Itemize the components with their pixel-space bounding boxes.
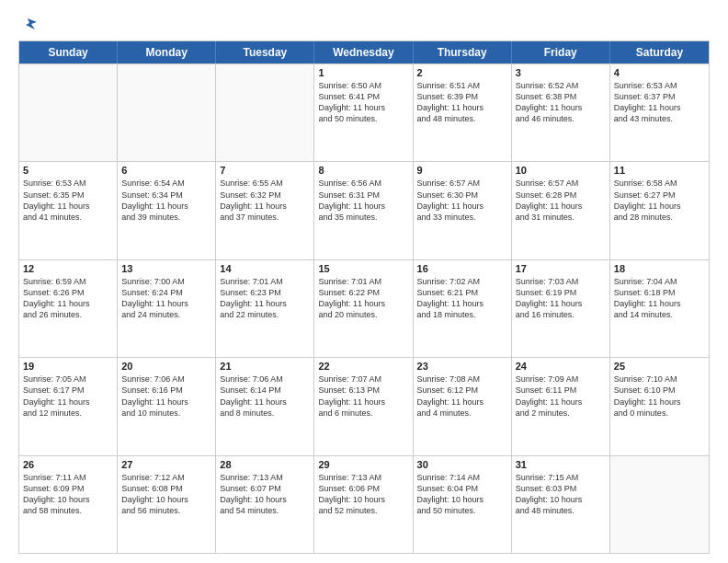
calendar-cell: 20Sunrise: 7:06 AM Sunset: 6:16 PM Dayli…: [118, 358, 216, 454]
day-number: 3: [516, 67, 606, 78]
calendar-cell: 8Sunrise: 6:56 AM Sunset: 6:31 PM Daylig…: [314, 162, 413, 259]
day-number: 6: [121, 165, 211, 176]
day-info: Sunrise: 6:53 AM Sunset: 6:37 PM Dayligh…: [614, 80, 705, 125]
calendar-cell: [216, 64, 314, 161]
day-info: Sunrise: 7:04 AM Sunset: 6:18 PM Dayligh…: [614, 276, 705, 321]
calendar-cell: 9Sunrise: 6:57 AM Sunset: 6:30 PM Daylig…: [414, 162, 512, 259]
calendar-cell: 27Sunrise: 7:12 AM Sunset: 6:08 PM Dayli…: [118, 456, 216, 553]
weekday-header: Friday: [512, 41, 610, 63]
calendar-cell: 29Sunrise: 7:13 AM Sunset: 6:06 PM Dayli…: [314, 456, 413, 553]
page: SundayMondayTuesdayWednesdayThursdayFrid…: [0, 0, 728, 563]
calendar-row: 5Sunrise: 6:53 AM Sunset: 6:35 PM Daylig…: [19, 161, 709, 259]
calendar-cell: 4Sunrise: 6:53 AM Sunset: 6:37 PM Daylig…: [610, 64, 709, 161]
weekday-header: Wednesday: [314, 41, 413, 63]
logo-bird-icon: [20, 15, 40, 35]
calendar-row: 1Sunrise: 6:50 AM Sunset: 6:41 PM Daylig…: [19, 63, 709, 161]
day-number: 2: [417, 67, 507, 78]
day-info: Sunrise: 7:00 AM Sunset: 6:24 PM Dayligh…: [121, 276, 211, 321]
day-number: 24: [516, 361, 606, 372]
calendar-body: 1Sunrise: 6:50 AM Sunset: 6:41 PM Daylig…: [19, 63, 709, 553]
day-number: 26: [23, 459, 113, 470]
calendar-header: SundayMondayTuesdayWednesdayThursdayFrid…: [19, 41, 709, 63]
calendar-cell: 13Sunrise: 7:00 AM Sunset: 6:24 PM Dayli…: [118, 260, 216, 357]
calendar-cell: [610, 456, 709, 553]
calendar-cell: 28Sunrise: 7:13 AM Sunset: 6:07 PM Dayli…: [216, 456, 314, 553]
day-info: Sunrise: 6:53 AM Sunset: 6:35 PM Dayligh…: [23, 178, 113, 223]
calendar-cell: 24Sunrise: 7:09 AM Sunset: 6:11 PM Dayli…: [512, 358, 610, 454]
day-number: 16: [417, 263, 507, 274]
day-info: Sunrise: 6:50 AM Sunset: 6:41 PM Dayligh…: [318, 80, 408, 125]
weekday-header: Thursday: [414, 41, 512, 63]
day-number: 15: [318, 263, 408, 274]
calendar-cell: 11Sunrise: 6:58 AM Sunset: 6:27 PM Dayli…: [610, 162, 709, 259]
svg-marker-0: [26, 18, 37, 29]
day-info: Sunrise: 7:05 AM Sunset: 6:17 PM Dayligh…: [23, 373, 113, 419]
day-number: 19: [23, 361, 113, 372]
day-number: 21: [220, 361, 310, 372]
day-info: Sunrise: 7:13 AM Sunset: 6:06 PM Dayligh…: [318, 472, 408, 517]
day-number: 18: [614, 263, 705, 274]
calendar-cell: 12Sunrise: 6:59 AM Sunset: 6:26 PM Dayli…: [19, 260, 118, 357]
calendar-cell: 17Sunrise: 7:03 AM Sunset: 6:19 PM Dayli…: [512, 260, 610, 357]
day-info: Sunrise: 7:01 AM Sunset: 6:22 PM Dayligh…: [318, 276, 408, 321]
calendar-cell: 6Sunrise: 6:54 AM Sunset: 6:34 PM Daylig…: [118, 162, 216, 259]
day-number: 17: [516, 263, 606, 274]
calendar-cell: 30Sunrise: 7:14 AM Sunset: 6:04 PM Dayli…: [414, 456, 512, 553]
calendar-cell: 1Sunrise: 6:50 AM Sunset: 6:41 PM Daylig…: [314, 64, 413, 161]
day-number: 12: [23, 263, 113, 274]
day-info: Sunrise: 7:12 AM Sunset: 6:08 PM Dayligh…: [121, 472, 211, 517]
calendar-cell: 14Sunrise: 7:01 AM Sunset: 6:23 PM Dayli…: [216, 260, 314, 357]
day-info: Sunrise: 7:06 AM Sunset: 6:16 PM Dayligh…: [121, 373, 211, 419]
day-number: 20: [121, 361, 211, 372]
day-number: 23: [417, 361, 507, 372]
day-number: 30: [417, 459, 507, 470]
day-info: Sunrise: 7:06 AM Sunset: 6:14 PM Dayligh…: [220, 373, 310, 419]
day-info: Sunrise: 7:02 AM Sunset: 6:21 PM Dayligh…: [417, 276, 507, 321]
calendar-row: 12Sunrise: 6:59 AM Sunset: 6:26 PM Dayli…: [19, 259, 709, 357]
day-info: Sunrise: 6:56 AM Sunset: 6:31 PM Dayligh…: [318, 178, 408, 223]
day-info: Sunrise: 7:01 AM Sunset: 6:23 PM Dayligh…: [220, 276, 310, 321]
day-info: Sunrise: 6:57 AM Sunset: 6:30 PM Dayligh…: [417, 178, 507, 223]
day-number: 9: [417, 165, 507, 176]
calendar-cell: 15Sunrise: 7:01 AM Sunset: 6:22 PM Dayli…: [314, 260, 413, 357]
day-number: 28: [220, 459, 310, 470]
day-info: Sunrise: 6:57 AM Sunset: 6:28 PM Dayligh…: [516, 178, 606, 223]
day-info: Sunrise: 7:11 AM Sunset: 6:09 PM Dayligh…: [23, 472, 113, 517]
day-info: Sunrise: 7:07 AM Sunset: 6:13 PM Dayligh…: [318, 373, 408, 419]
weekday-header: Saturday: [610, 41, 709, 63]
day-number: 31: [516, 459, 606, 470]
day-number: 4: [614, 67, 705, 78]
day-number: 10: [516, 165, 606, 176]
calendar-cell: 2Sunrise: 6:51 AM Sunset: 6:39 PM Daylig…: [414, 64, 512, 161]
day-number: 8: [318, 165, 408, 176]
day-info: Sunrise: 6:54 AM Sunset: 6:34 PM Dayligh…: [121, 178, 211, 223]
weekday-header: Monday: [118, 41, 216, 63]
weekday-header: Sunday: [19, 41, 118, 63]
day-info: Sunrise: 7:15 AM Sunset: 6:03 PM Dayligh…: [516, 472, 606, 517]
day-info: Sunrise: 6:52 AM Sunset: 6:38 PM Dayligh…: [516, 80, 606, 125]
calendar-cell: 25Sunrise: 7:10 AM Sunset: 6:10 PM Dayli…: [610, 358, 709, 454]
calendar-cell: 7Sunrise: 6:55 AM Sunset: 6:32 PM Daylig…: [216, 162, 314, 259]
calendar-cell: 21Sunrise: 7:06 AM Sunset: 6:14 PM Dayli…: [216, 358, 314, 454]
day-number: 7: [220, 165, 310, 176]
day-number: 13: [121, 263, 211, 274]
calendar-row: 19Sunrise: 7:05 AM Sunset: 6:17 PM Dayli…: [19, 357, 709, 454]
calendar-cell: 31Sunrise: 7:15 AM Sunset: 6:03 PM Dayli…: [512, 456, 610, 553]
calendar-cell: 23Sunrise: 7:08 AM Sunset: 6:12 PM Dayli…: [414, 358, 512, 454]
day-number: 22: [318, 361, 408, 372]
calendar-cell: 26Sunrise: 7:11 AM Sunset: 6:09 PM Dayli…: [19, 456, 118, 553]
calendar-cell: [118, 64, 216, 161]
calendar-cell: 10Sunrise: 6:57 AM Sunset: 6:28 PM Dayli…: [512, 162, 610, 259]
calendar-cell: 18Sunrise: 7:04 AM Sunset: 6:18 PM Dayli…: [610, 260, 709, 357]
calendar-cell: 5Sunrise: 6:53 AM Sunset: 6:35 PM Daylig…: [19, 162, 118, 259]
calendar-cell: 16Sunrise: 7:02 AM Sunset: 6:21 PM Dayli…: [414, 260, 512, 357]
logo: [18, 17, 40, 31]
day-number: 25: [614, 361, 705, 372]
day-number: 29: [318, 459, 408, 470]
day-number: 1: [318, 67, 408, 78]
calendar-cell: 19Sunrise: 7:05 AM Sunset: 6:17 PM Dayli…: [19, 358, 118, 454]
calendar-cell: [19, 64, 118, 161]
day-info: Sunrise: 6:55 AM Sunset: 6:32 PM Dayligh…: [220, 178, 310, 223]
day-info: Sunrise: 6:51 AM Sunset: 6:39 PM Dayligh…: [417, 80, 507, 125]
calendar-cell: 22Sunrise: 7:07 AM Sunset: 6:13 PM Dayli…: [314, 358, 413, 454]
